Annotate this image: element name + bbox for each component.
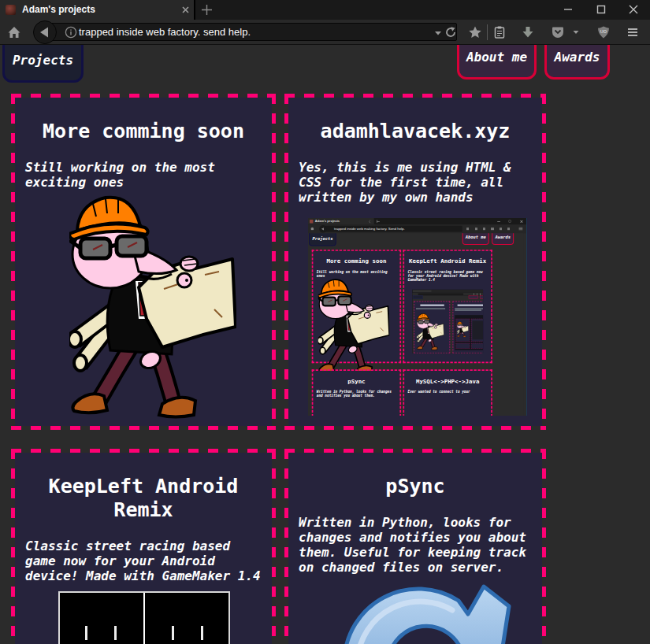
mini-awards-button: Awards (492, 233, 514, 245)
card-title: KeepLeft Android Remix (25, 475, 262, 522)
back-arrow-icon (34, 21, 56, 43)
mini-card-psync: pSync Written in Python, looks for chang… (312, 369, 401, 416)
svg-text:UO: UO (600, 29, 607, 34)
road-game-image (58, 591, 230, 644)
browser-window: Adam's projects trapped inside web fa (0, 0, 650, 644)
toolbar-separator (487, 24, 488, 40)
card-keepleft: KeepLeft Android Remix Classic street ra… (11, 449, 276, 644)
card-subtitle: Still working on the most exciting ones (25, 160, 262, 190)
navigation-toolbar: trapped inside web factory. send help. (0, 20, 650, 45)
mini-projects-button: Projects (309, 233, 336, 246)
bookmark-star-icon[interactable] (468, 25, 482, 39)
tab-bar: Adam's projects (0, 0, 650, 20)
card-subtitle: Yes, this is me using HTML & CSS for the… (299, 160, 532, 205)
nav-awards-button[interactable]: Awards (544, 45, 610, 80)
mini-nested-screenshot (412, 290, 483, 353)
new-tab-icon[interactable] (200, 3, 214, 17)
ublock-icon[interactable]: UO (596, 25, 611, 39)
mini-card-keepleft: KeepLeft Android Remix Classic street ra… (403, 250, 492, 363)
download-icon[interactable] (521, 25, 535, 39)
card-subtitle: Classic street racing based game now for… (25, 539, 262, 583)
card-title: pSync (299, 475, 532, 498)
window-close-icon[interactable] (626, 2, 641, 17)
tab-title: Adam's projects (22, 0, 95, 20)
reload-icon[interactable] (444, 25, 458, 39)
info-icon[interactable] (64, 25, 78, 39)
pocket-icon[interactable] (551, 25, 565, 39)
card-adamhlavacek-xyz: adamhlavacek.xyz Yes, this is me using H… (284, 94, 546, 430)
mini-about-button: About me (462, 233, 489, 245)
tab-close-icon[interactable] (180, 4, 191, 16)
mini-card-mysql: MySQL<->PHP<->Java Ever wanted to connec… (403, 369, 492, 416)
url-bar[interactable]: trapped inside web factory. send help. (49, 23, 457, 41)
back-button[interactable] (33, 20, 57, 44)
nav-about-button[interactable]: About me (457, 45, 537, 80)
nav-projects-button[interactable]: Projects (2, 45, 84, 83)
mini-url-text: trapped inside web making factory. Send … (334, 226, 405, 232)
mini-tab-title: Adam's projects (315, 218, 340, 224)
engineer-clipart-image (69, 193, 236, 421)
menu-hamburger-icon[interactable] (626, 25, 640, 39)
recursive-screenshot-image: Adam's projects trapped inside web makin… (308, 218, 527, 416)
card-more-coming-soon: More comming soon Still working on the m… (11, 94, 276, 430)
url-text: trapped inside web factory. send help. (79, 24, 251, 40)
sync-logo-image (342, 583, 512, 644)
home-icon[interactable] (7, 25, 21, 39)
favicon (6, 5, 16, 15)
card-psync: pSync Written in Python, looks for chang… (284, 449, 546, 644)
window-maximize-icon[interactable] (594, 2, 608, 17)
pocket-dropdown-icon[interactable] (570, 27, 581, 38)
card-title: More comming soon (25, 120, 262, 143)
window-minimize-icon[interactable] (561, 2, 575, 17)
library-clipboard-icon[interactable] (492, 25, 507, 39)
mini-card-more-coming-soon: More comming soon Still working on the m… (312, 250, 401, 363)
browser-tab[interactable]: Adam's projects (0, 0, 195, 20)
card-title: adamhlavacek.xyz (299, 120, 532, 143)
card-subtitle: Written in Python, looks for changes and… (299, 515, 532, 575)
page-content: Projects About me Awards More comming so… (0, 45, 638, 644)
